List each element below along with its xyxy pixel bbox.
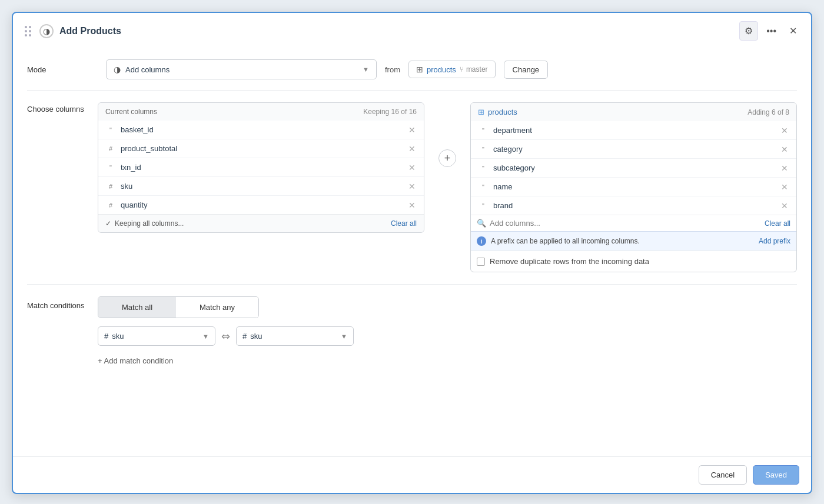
type-icon-str: " bbox=[478, 127, 489, 134]
right-condition-select[interactable]: # sku ▼ bbox=[236, 326, 354, 346]
products-count: Adding 6 of 8 bbox=[747, 108, 789, 116]
current-columns-count: Keeping 16 of 16 bbox=[363, 108, 417, 116]
add-column-center: + bbox=[434, 149, 461, 167]
dedup-label: Remove duplicate rows from the incoming … bbox=[490, 257, 649, 266]
change-source-button[interactable]: Change bbox=[504, 61, 549, 79]
type-icon-str: " bbox=[105, 126, 116, 133]
remove-col-button[interactable]: ✕ bbox=[780, 183, 789, 191]
type-icon-str: " bbox=[478, 202, 489, 209]
products-table-icon: ⊞ bbox=[478, 108, 484, 116]
dialog-header: Add Products ⚙ ••• ✕ bbox=[13, 13, 811, 49]
match-toggle: Match all Match any bbox=[98, 296, 259, 318]
list-item: " department ✕ bbox=[471, 121, 796, 140]
mode-icon: ◑ bbox=[114, 65, 121, 74]
info-icon: i bbox=[477, 236, 486, 246]
condition-row: # sku ▼ ⇔ # sku ▼ bbox=[98, 326, 797, 346]
checkmark-icon: ✓ bbox=[105, 219, 111, 228]
left-type-icon: # bbox=[104, 332, 108, 341]
col-name: department bbox=[493, 126, 775, 135]
left-condition-select[interactable]: # sku ▼ bbox=[98, 326, 215, 346]
match-conditions-label: Match conditions bbox=[27, 296, 98, 310]
from-label: from bbox=[385, 65, 400, 74]
dialog-body: Mode ◑ Add columns ▼ from ⊞ products ⑂ m… bbox=[13, 49, 811, 456]
gear-button[interactable]: ⚙ bbox=[739, 21, 758, 41]
list-item: " subcategory ✕ bbox=[471, 159, 796, 178]
col-name: sku bbox=[121, 182, 403, 191]
mode-label: Mode bbox=[27, 65, 98, 74]
type-icon-str: " bbox=[105, 164, 116, 171]
add-products-dialog: Add Products ⚙ ••• ✕ Mode ◑ Add columns … bbox=[12, 12, 812, 494]
remove-col-button[interactable]: ✕ bbox=[407, 201, 417, 209]
remove-col-button[interactable]: ✕ bbox=[407, 126, 417, 134]
products-columns-panel: ⊞ products Adding 6 of 8 " department ✕ … bbox=[470, 102, 797, 272]
col-name: name bbox=[493, 182, 775, 191]
products-columns-header: ⊞ products Adding 6 of 8 bbox=[471, 103, 796, 121]
col-name: txn_id bbox=[121, 163, 403, 172]
match-any-button[interactable]: Match any bbox=[176, 297, 258, 318]
type-icon-num: # bbox=[105, 145, 116, 152]
right-type-icon: # bbox=[242, 332, 247, 341]
header-actions: ⚙ ••• ✕ bbox=[739, 21, 802, 41]
remove-col-button[interactable]: ✕ bbox=[407, 145, 417, 153]
branch-icon: ⑂ bbox=[460, 65, 464, 74]
list-item: " brand ✕ bbox=[471, 196, 796, 215]
list-item: " category ✕ bbox=[471, 140, 796, 159]
col-name: quantity bbox=[121, 201, 403, 209]
match-all-button[interactable]: Match all bbox=[98, 297, 176, 318]
choose-columns-label: Choose columns bbox=[27, 102, 98, 272]
products-title: products bbox=[488, 108, 517, 116]
type-icon-num: # bbox=[105, 183, 116, 190]
mode-selected-text: Add columns bbox=[125, 65, 170, 74]
remove-col-button[interactable]: ✕ bbox=[780, 202, 789, 210]
mode-select[interactable]: ◑ Add columns ▼ bbox=[106, 59, 377, 79]
remove-col-button[interactable]: ✕ bbox=[407, 182, 417, 191]
right-select-arrow: ▼ bbox=[341, 333, 347, 340]
list-item: " basket_id ✕ bbox=[98, 121, 424, 139]
current-columns-panel: Current columns Keeping 16 of 16 " baske… bbox=[98, 102, 424, 233]
drag-handle[interactable] bbox=[22, 24, 34, 39]
remove-col-button[interactable]: ✕ bbox=[780, 126, 789, 135]
type-icon-str: " bbox=[478, 146, 489, 153]
list-item: # sku ✕ bbox=[98, 177, 424, 196]
match-conditions-section: Match conditions Match all Match any # s… bbox=[27, 285, 797, 379]
mode-dropdown-arrow: ▼ bbox=[363, 66, 369, 73]
current-columns-header: Current columns Keeping 16 of 16 bbox=[98, 103, 424, 121]
source-branch: ⑂ master bbox=[460, 65, 488, 74]
keep-all-row: ✓ Keeping all columns... Clear all bbox=[98, 214, 424, 232]
list-item: " name ✕ bbox=[471, 178, 796, 196]
current-columns-list: " basket_id ✕ # product_subtotal ✕ " txn… bbox=[98, 121, 424, 214]
remove-col-button[interactable]: ✕ bbox=[780, 145, 789, 153]
dedup-row: Remove duplicate rows from the incoming … bbox=[471, 251, 796, 272]
mode-row: Mode ◑ Add columns ▼ from ⊞ products ⑂ m… bbox=[27, 49, 797, 91]
clear-all-right-button[interactable]: Clear all bbox=[765, 219, 790, 228]
col-name: product_subtotal bbox=[121, 144, 403, 153]
prefix-notice-text: A prefix can be applied to all incoming … bbox=[491, 237, 754, 245]
current-columns-title: Current columns bbox=[105, 108, 157, 116]
list-item: " txn_id ✕ bbox=[98, 158, 424, 177]
remove-col-button[interactable]: ✕ bbox=[407, 163, 417, 172]
search-icon: 🔍 bbox=[477, 219, 486, 228]
dialog-icon bbox=[39, 24, 54, 38]
type-icon-str: " bbox=[478, 165, 489, 172]
add-prefix-button[interactable]: Add prefix bbox=[759, 237, 790, 245]
left-select-arrow: ▼ bbox=[202, 333, 209, 340]
cancel-button[interactable]: Cancel bbox=[699, 465, 747, 485]
dialog-title: Add Products bbox=[59, 26, 733, 36]
remove-col-button[interactable]: ✕ bbox=[780, 164, 789, 172]
match-content: Match all Match any # sku ▼ ⇔ # bbox=[98, 296, 797, 368]
columns-section: Choose columns Current columns Keeping 1… bbox=[27, 91, 797, 285]
dedup-checkbox[interactable] bbox=[477, 258, 485, 266]
save-button[interactable]: Saved bbox=[753, 465, 799, 485]
prefix-notice: i A prefix can be applied to all incomin… bbox=[471, 231, 796, 251]
list-item: # quantity ✕ bbox=[98, 196, 424, 214]
columns-content: Current columns Keeping 16 of 16 " baske… bbox=[98, 102, 797, 272]
add-columns-button[interactable]: + bbox=[438, 149, 456, 167]
source-table-icon: ⊞ bbox=[416, 65, 423, 74]
left-col-value: sku bbox=[112, 332, 124, 341]
clear-all-button[interactable]: Clear all bbox=[391, 219, 417, 228]
col-name: category bbox=[493, 145, 775, 153]
add-match-condition-button[interactable]: + Add match condition bbox=[98, 354, 797, 368]
close-button[interactable]: ✕ bbox=[785, 22, 802, 40]
search-columns-input[interactable] bbox=[490, 219, 761, 228]
more-options-button[interactable]: ••• bbox=[762, 22, 781, 40]
